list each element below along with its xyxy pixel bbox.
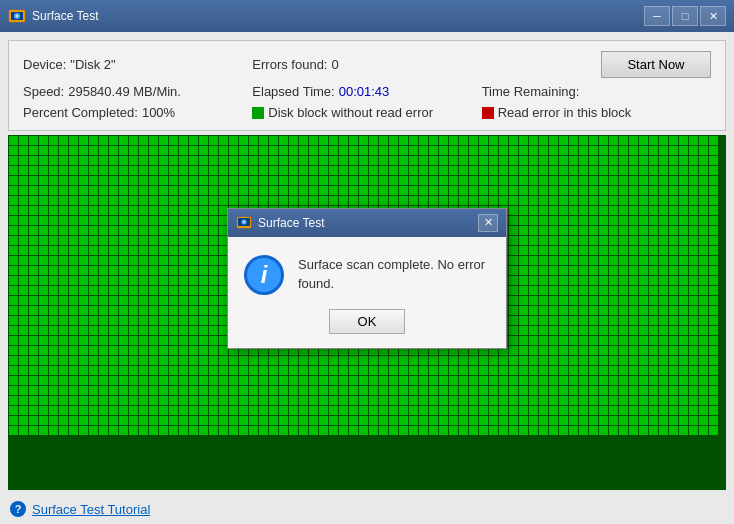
minimize-button[interactable]: ─	[644, 6, 670, 26]
dialog-title-bar: Surface Test ✕	[228, 209, 506, 237]
svg-point-3	[16, 15, 18, 17]
app-icon	[8, 7, 26, 25]
dialog: Surface Test ✕ i Surface scan complete. …	[227, 208, 507, 349]
dialog-title: Surface Test	[258, 216, 478, 230]
dialog-overlay: Surface Test ✕ i Surface scan complete. …	[0, 32, 734, 524]
dialog-body: i Surface scan complete. No error found.…	[228, 237, 506, 348]
svg-point-7	[243, 221, 245, 223]
dialog-message: Surface scan complete. No error found.	[298, 256, 490, 292]
dialog-app-icon	[236, 215, 252, 231]
dialog-ok-button[interactable]: OK	[329, 309, 406, 334]
window-controls: ─ □ ✕	[644, 6, 726, 26]
maximize-button[interactable]: □	[672, 6, 698, 26]
window-title: Surface Test	[32, 9, 644, 23]
dialog-content-row: i Surface scan complete. No error found.	[244, 255, 490, 295]
dialog-close-button[interactable]: ✕	[478, 214, 498, 232]
info-circle-icon: i	[261, 261, 268, 289]
title-bar: Surface Test ─ □ ✕	[0, 0, 734, 32]
info-circle: i	[244, 255, 284, 295]
close-button[interactable]: ✕	[700, 6, 726, 26]
